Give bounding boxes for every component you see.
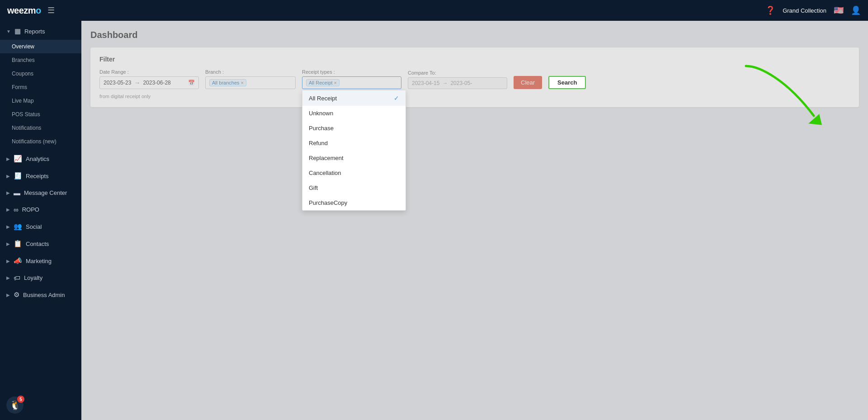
sidebar-item-notifications[interactable]: Notifications bbox=[0, 121, 81, 135]
receipt-type-tag: All Receipt × bbox=[306, 79, 340, 86]
sidebar-item-notifications-new[interactable]: Notifications (new) bbox=[0, 135, 81, 148]
reports-icon: ▦ bbox=[14, 27, 21, 35]
sidebar-item-branches[interactable]: Branches bbox=[0, 53, 81, 67]
flag-icon: 🇺🇸 bbox=[834, 5, 844, 15]
marketing-arrow-icon: ▶ bbox=[6, 259, 10, 264]
ropo-arrow-icon: ▶ bbox=[6, 207, 10, 212]
sidebar: ▼ ▦ Reports Overview Branches Coupons Fo… bbox=[0, 21, 81, 420]
sidebar-item-business-admin[interactable]: ▶ ⚙ Business Admin bbox=[0, 286, 81, 303]
sidebar-item-reports[interactable]: ▼ ▦ Reports bbox=[0, 23, 81, 40]
dropdown-option-cancellation[interactable]: Cancellation bbox=[302, 165, 406, 180]
sidebar-item-social[interactable]: ▶ 👥 Social bbox=[0, 218, 81, 235]
sidebar-item-marketing-label: Marketing bbox=[26, 258, 52, 264]
dropdown-option-purchase-label: Purchase bbox=[309, 125, 334, 132]
calendar-icon: 📅 bbox=[188, 80, 195, 86]
sidebar-item-message-center-label: Message Center bbox=[24, 189, 67, 196]
sidebar-item-reports-label: Reports bbox=[24, 28, 45, 35]
svg-marker-0 bbox=[808, 113, 824, 126]
dropdown-option-replacement-label: Replacement bbox=[309, 155, 344, 161]
sidebar-footer: 🐧 5 bbox=[6, 396, 24, 414]
branch-tag-value: All branches bbox=[212, 80, 240, 85]
date-range-arrow-icon: → bbox=[134, 79, 140, 86]
dropdown-option-gift[interactable]: Gift bbox=[302, 180, 406, 195]
date-range-label: Date Range : bbox=[99, 69, 199, 75]
dropdown-option-unknown[interactable]: Unknown bbox=[302, 106, 406, 121]
message-center-icon: ▬ bbox=[14, 189, 20, 197]
business-admin-icon: ⚙ bbox=[14, 291, 19, 299]
weezmo-logo: weezmo bbox=[7, 5, 41, 16]
contacts-arrow-icon: ▶ bbox=[6, 241, 10, 246]
topnav-right: ❓ Grand Collection 🇺🇸 👤 bbox=[765, 5, 861, 15]
loyalty-icon: 🏷 bbox=[14, 274, 20, 282]
compare-from: 2023-04-15 bbox=[412, 80, 439, 86]
branch-label: Branch : bbox=[205, 69, 296, 75]
receipts-arrow-icon: ▶ bbox=[6, 174, 10, 179]
branch-tag-remove[interactable]: × bbox=[241, 80, 244, 85]
dropdown-option-replacement[interactable]: Replacement bbox=[302, 151, 406, 165]
date-from: 2023-05-23 bbox=[104, 80, 131, 86]
sidebar-item-analytics-label: Analytics bbox=[26, 156, 49, 162]
branch-input[interactable]: All branches × bbox=[205, 76, 296, 89]
sidebar-item-forms[interactable]: Forms bbox=[0, 80, 81, 94]
dropdown-option-purchase[interactable]: Purchase bbox=[302, 121, 406, 136]
sidebar-item-business-admin-label: Business Admin bbox=[23, 292, 65, 298]
logo-text: weezmo bbox=[7, 5, 41, 16]
compare-to-input[interactable]: 2023-04-15 → 2023-05- bbox=[408, 77, 507, 89]
dropdown-option-unknown-label: Unknown bbox=[309, 110, 333, 117]
user-icon[interactable]: 👤 bbox=[851, 5, 861, 15]
sidebar-item-ropo-label: ROPO bbox=[22, 206, 39, 213]
sidebar-item-overview[interactable]: Overview bbox=[0, 40, 81, 53]
sidebar-reports-section: ▼ ▦ Reports Overview Branches Coupons Fo… bbox=[0, 21, 81, 150]
sidebar-item-live-map[interactable]: Live Map bbox=[0, 94, 81, 108]
topnav-left: weezmo ☰ bbox=[7, 5, 55, 16]
sidebar-item-receipts[interactable]: ▶ 🧾 Receipts bbox=[0, 167, 81, 184]
store-name: Grand Collection bbox=[783, 7, 826, 14]
sidebar-item-analytics[interactable]: ▶ 📈 Analytics bbox=[0, 150, 81, 167]
search-button[interactable]: Search bbox=[548, 76, 586, 89]
date-range-input[interactable]: 2023-05-23 → 2023-06-28 📅 bbox=[99, 76, 199, 89]
compare-to-field: Compare To: 2023-04-15 → 2023-05- bbox=[408, 70, 507, 89]
sidebar-item-loyalty[interactable]: ▶ 🏷 Loyalty bbox=[0, 269, 81, 286]
receipts-icon: 🧾 bbox=[14, 172, 22, 180]
receipt-type-tag-remove[interactable]: × bbox=[334, 80, 337, 85]
filter-section-title: Filter bbox=[99, 56, 850, 63]
dropdown-option-refund[interactable]: Refund bbox=[302, 136, 406, 151]
filter-row: Date Range : 2023-05-23 → 2023-06-28 📅 B… bbox=[99, 69, 850, 89]
ropo-icon: ∞ bbox=[14, 206, 19, 213]
sidebar-item-marketing[interactable]: ▶ 📣 Marketing bbox=[0, 252, 81, 269]
sidebar-item-receipts-label: Receipts bbox=[26, 173, 49, 179]
sidebar-item-coupons[interactable]: Coupons bbox=[0, 67, 81, 80]
compare-to-label: Compare To: bbox=[408, 70, 507, 76]
marketing-icon: 📣 bbox=[14, 257, 22, 265]
receipt-type-input[interactable]: All Receipt × bbox=[302, 76, 401, 89]
date-to: 2023-06-28 bbox=[143, 80, 170, 86]
reports-arrow-icon: ▼ bbox=[6, 29, 11, 34]
loyalty-arrow-icon: ▶ bbox=[6, 275, 10, 280]
clear-button[interactable]: Clear bbox=[514, 76, 542, 89]
sidebar-item-pos-status[interactable]: POS Status bbox=[0, 108, 81, 121]
analytics-arrow-icon: ▶ bbox=[6, 156, 10, 161]
dropdown-option-purchase-copy[interactable]: PurchaseCopy bbox=[302, 195, 406, 210]
compare-arrow-icon: → bbox=[442, 80, 448, 86]
notification-badge: 5 bbox=[17, 396, 24, 403]
branch-tag: All branches × bbox=[209, 79, 246, 86]
sidebar-item-loyalty-label: Loyalty bbox=[24, 274, 42, 281]
help-icon[interactable]: ❓ bbox=[765, 5, 775, 15]
sidebar-item-contacts[interactable]: ▶ 📋 Contacts bbox=[0, 235, 81, 252]
dropdown-option-refund-label: Refund bbox=[309, 140, 328, 146]
layout: ▼ ▦ Reports Overview Branches Coupons Fo… bbox=[0, 21, 868, 420]
receipt-type-tag-value: All Receipt bbox=[309, 80, 333, 85]
notification-avatar[interactable]: 🐧 5 bbox=[6, 396, 24, 414]
dropdown-option-gift-label: Gift bbox=[309, 184, 318, 191]
dropdown-check-icon: ✓ bbox=[394, 94, 399, 102]
topnav: weezmo ☰ ❓ Grand Collection 🇺🇸 👤 bbox=[0, 0, 868, 21]
dropdown-option-all-receipt[interactable]: All Receipt ✓ bbox=[302, 90, 406, 106]
social-icon: 👥 bbox=[14, 222, 22, 231]
dropdown-option-cancellation-label: Cancellation bbox=[309, 170, 341, 176]
receipt-type-dropdown: All Receipt ✓ Unknown Purchase Refund bbox=[302, 90, 406, 211]
hamburger-icon[interactable]: ☰ bbox=[47, 5, 55, 15]
sidebar-item-ropo[interactable]: ▶ ∞ ROPO bbox=[0, 201, 81, 218]
digital-receipt-note: from digital receipt only bbox=[99, 94, 850, 99]
message-center-arrow-icon: ▶ bbox=[6, 190, 10, 195]
sidebar-item-message-center[interactable]: ▶ ▬ Message Center bbox=[0, 184, 81, 201]
